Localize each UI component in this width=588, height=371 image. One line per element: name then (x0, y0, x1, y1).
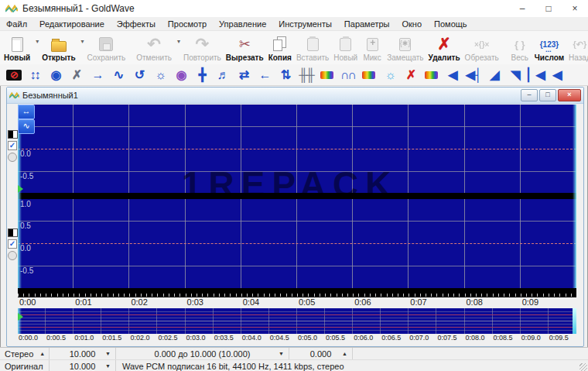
mix-button[interactable]: Микс (360, 31, 385, 64)
left-channel-swatch[interactable] (8, 130, 18, 139)
overview-gridline (18, 311, 576, 312)
status-selection[interactable]: 0.000 до 10.000 (10.000) ▼ (116, 348, 289, 359)
minimize-button[interactable]: – (509, 0, 535, 17)
time-label: 0:08 (465, 297, 521, 307)
zoom-wave-button[interactable]: ∿ (18, 119, 35, 134)
overview-time-label: 0:09.5 (549, 334, 576, 345)
doc-minimize-button[interactable]: – (521, 89, 538, 101)
left-channel-checkbox[interactable] (8, 141, 17, 150)
delete-button[interactable]: Удалить (426, 31, 463, 64)
undo-button[interactable]: Отменить (134, 31, 181, 64)
pipes-icon[interactable]: ∩∩ (337, 67, 358, 84)
select-all-button[interactable]: Весь (508, 31, 532, 64)
interpolate-icon[interactable]: ╋ (191, 67, 212, 84)
status-spacer-1 (353, 348, 588, 359)
status-original[interactable]: Оригинал (0, 360, 50, 371)
cue-end-icon[interactable]: ◀ (546, 67, 567, 84)
selection-end-marker[interactable] (573, 105, 576, 288)
time-label: 0:00 (18, 297, 74, 307)
menu-tools[interactable]: Инструменты (272, 19, 338, 29)
doc-close-button[interactable]: × (558, 89, 581, 101)
resample-icon[interactable]: ⇄ (233, 67, 254, 84)
offset-icon[interactable]: → (87, 67, 108, 84)
select-numeric-button[interactable]: Числом (532, 31, 566, 64)
mechanize-icon[interactable]: ☼ (149, 67, 170, 84)
status-channels[interactable]: Стерео ▲ (0, 348, 50, 359)
doppler-icon[interactable]: ∿ (108, 67, 128, 84)
menu-window[interactable]: Окно (396, 19, 429, 29)
fade-out-icon[interactable]: ◥ (504, 67, 525, 84)
right-channel-checkbox[interactable] (8, 239, 17, 249)
menu-control[interactable]: Управление (213, 19, 272, 29)
menu-edit[interactable]: Редактирование (33, 19, 111, 29)
volume-icon[interactable]: ◀┤ (463, 67, 484, 84)
redo-button[interactable]: Повторить (181, 31, 224, 64)
overview-strip[interactable] (18, 308, 576, 334)
right-channel-radio[interactable] (8, 251, 17, 260)
selection-back-button[interactable]: Назад (566, 31, 588, 64)
compressor-icon[interactable]: ◉ (45, 67, 66, 84)
resize-grip[interactable] (579, 363, 587, 371)
menu-help[interactable]: Помощь (428, 19, 473, 29)
reverse-icon[interactable]: ↺ (128, 67, 149, 84)
equalizer-icon[interactable]: ╫╫ (296, 67, 316, 84)
document-titlebar[interactable]: Безымянный1 – □ × (7, 88, 583, 104)
time-label: 0:07 (409, 297, 464, 307)
pitch-icon[interactable] (358, 67, 379, 84)
trim-button[interactable]: Обрезать (463, 31, 501, 64)
replace-button[interactable]: Замещать (385, 31, 426, 64)
waveform-view[interactable]: 0.5 0.0 -0.5 1.0 0.5 0.0 -0.5 1REPACK (18, 105, 576, 288)
play-position-marker[interactable] (18, 185, 23, 193)
dropdown-arrow-icon[interactable] (36, 38, 39, 45)
new-button[interactable]: Новый (2, 31, 39, 64)
left-channel-radio[interactable] (8, 153, 17, 162)
right-channel-swatch[interactable] (8, 228, 18, 237)
menu-options[interactable]: Параметры (338, 19, 396, 29)
invert-icon[interactable]: ⇅ (275, 67, 296, 84)
status-cell-text: 10.000 (70, 362, 96, 371)
open-button[interactable]: Открыть (39, 31, 84, 64)
time-ruler[interactable] (18, 288, 576, 297)
notation-icon[interactable]: ♬ (212, 67, 233, 84)
zoom-horizontal-button[interactable]: ↔ (18, 105, 35, 119)
overview-gridline (18, 330, 576, 331)
paste-new-button[interactable]: Новый (331, 31, 360, 64)
copy-button[interactable]: Копия (266, 31, 294, 64)
fade-in-icon[interactable]: ◢ (484, 67, 504, 84)
overview-left-channel-line (18, 314, 576, 315)
doc-maximize-button[interactable]: □ (539, 89, 556, 101)
silence-icon[interactable]: ✗ (400, 67, 421, 84)
toolbar-button-label: Отменить (136, 53, 172, 62)
splatter-icon[interactable]: ☼ (379, 67, 400, 84)
speaker-icon[interactable]: ◀ (442, 67, 463, 84)
statusbar: Стерео ▲ 10.000 ▼ 0.000 до 10.000 (10.00… (0, 347, 588, 371)
monitor-off-icon[interactable]: ⊘ (3, 67, 24, 84)
menu-file[interactable]: Файл (0, 19, 33, 29)
cut-button[interactable]: Вырезать (224, 31, 266, 64)
close-button[interactable]: × (562, 0, 588, 17)
dynamics-icon[interactable]: ✗ (66, 67, 87, 84)
save-button[interactable]: Сохранить (85, 31, 128, 64)
overview-end-marker[interactable] (573, 308, 576, 334)
left-channel-controls (8, 130, 17, 162)
status-length[interactable]: 10.000 ▼ (50, 348, 116, 359)
overview-time-label: 0:00.5 (46, 334, 74, 345)
zero-line-right (18, 243, 576, 244)
status-position[interactable]: 0.000 ▲ (289, 348, 353, 359)
titlebar: Безымянный1 - GoldWave – □ × (0, 0, 588, 17)
amplitude-label: 0.0 (20, 244, 31, 252)
spectrum-icon[interactable] (316, 67, 337, 84)
expander-icon[interactable]: ↕↕ (24, 67, 45, 84)
menu-effects[interactable]: Эффекты (111, 19, 162, 29)
dropdown-arrow-icon[interactable] (177, 38, 180, 45)
overview-play-marker[interactable] (18, 313, 23, 321)
time-shift-icon[interactable]: ← (254, 67, 275, 84)
status-original-length[interactable]: 10.000 ▼ (50, 360, 116, 371)
dropdown-arrow-icon[interactable] (81, 38, 84, 45)
cue-start-icon[interactable]: ▏◀ (525, 67, 546, 84)
maximize-button[interactable]: □ (535, 0, 562, 17)
flanger-icon[interactable]: ◉ (170, 67, 191, 84)
smoother-icon[interactable] (421, 67, 442, 84)
menu-view[interactable]: Просмотр (162, 19, 213, 29)
paste-button[interactable]: Вставить (294, 31, 331, 64)
